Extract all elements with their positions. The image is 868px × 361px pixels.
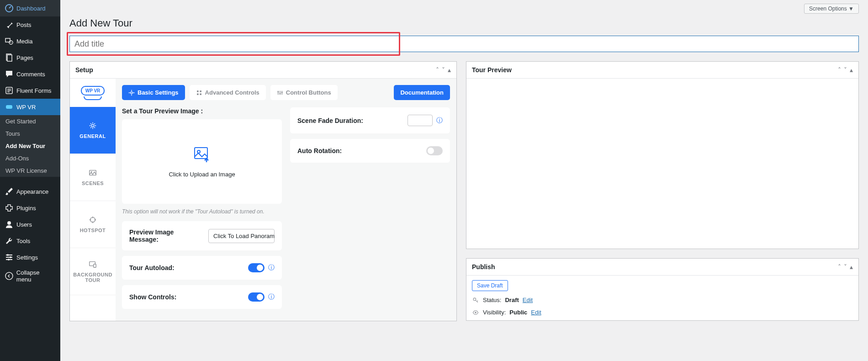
svg-point-27 (197, 150, 200, 153)
pin-icon (5, 20, 14, 29)
save-draft-button[interactable]: Save Draft (472, 280, 508, 291)
sidebar-item-wp-vr[interactable]: WP VR (0, 99, 60, 115)
sidebar-item-dashboard[interactable]: Dashboard (0, 0, 60, 16)
svg-rect-6 (6, 105, 12, 109)
setup-metabox: Setup ˄ ˅ ▴ WP VR (69, 61, 457, 321)
submenu-license[interactable]: WP VR License (0, 165, 60, 177)
tab-scenes[interactable]: SCENES (70, 154, 116, 201)
tour-preview-title: Tour Preview (472, 66, 512, 74)
sidebar-submenu: Get Started Tours Add New Tour Add-Ons W… (0, 115, 60, 177)
autoload-label: Tour Autoload: (129, 264, 175, 271)
sidebar-item-tools[interactable]: Tools (0, 233, 60, 249)
chevron-down-icon[interactable]: ˅ (844, 66, 847, 74)
image-icon (89, 169, 97, 177)
sidebar-label: Collapse menu (16, 269, 56, 283)
chevron-up-icon[interactable]: ˄ (436, 66, 439, 74)
info-icon[interactable]: ⓘ (436, 117, 443, 125)
status-edit-link[interactable]: Edit (523, 297, 533, 303)
svg-rect-4 (7, 55, 12, 61)
basic-settings-button[interactable]: Basic Settings (122, 85, 185, 100)
tab-background-tour[interactable]: BACKGROUND TOUR (70, 248, 116, 295)
brush-icon (5, 187, 14, 196)
tab-hotspot[interactable]: HOTSPOT (70, 201, 116, 248)
collapse-icon (5, 271, 14, 281)
sidebar-item-comments[interactable]: Comments (0, 66, 60, 82)
submenu-tours[interactable]: Tours (0, 127, 60, 140)
sidebar-label: Tools (16, 238, 30, 244)
svg-point-23 (277, 91, 279, 92)
submenu-add-new-tour[interactable]: Add New Tour (0, 140, 60, 152)
admin-sidebar: Dashboard Posts Media Pages Comments Flu… (0, 0, 60, 349)
tour-preview-metabox: Tour Preview ˄ ˅ ▴ (466, 61, 859, 249)
svg-point-24 (279, 93, 281, 94)
sidebar-label: Fluent Forms (16, 87, 52, 94)
sidebar-item-pages[interactable]: Pages (0, 49, 60, 66)
chevron-up-icon[interactable]: ˄ (838, 263, 841, 271)
autoload-toggle[interactable] (248, 263, 265, 272)
svg-point-10 (8, 259, 10, 260)
sidebar-item-media[interactable]: Media (0, 33, 60, 49)
dashboard-icon (5, 4, 14, 13)
wpvr-logo: WP VR (70, 79, 116, 107)
visibility-edit-link[interactable]: Edit (531, 309, 541, 316)
title-input[interactable] (69, 36, 859, 52)
preview-msg-label: Preview Image Message: (129, 228, 184, 243)
advanced-controls-button[interactable]: Advanced Controls (190, 85, 266, 100)
eye-icon (472, 309, 479, 316)
user-icon (5, 220, 14, 229)
fade-duration-label: Scene Fade Duration: (297, 117, 363, 124)
submenu-get-started[interactable]: Get Started (0, 115, 60, 127)
svg-point-11 (5, 272, 13, 280)
sidebar-label: Appearance (16, 188, 48, 195)
control-buttons-button[interactable]: Control Buttons (270, 85, 338, 100)
sidebar-label: WP VR (16, 104, 36, 111)
caret-up-icon[interactable]: ▴ (850, 263, 853, 271)
preview-image-label: Set a Tour Preview Image : (122, 107, 282, 115)
button-label: Advanced Controls (205, 89, 259, 96)
info-icon[interactable]: ⓘ (268, 264, 275, 272)
submenu-add-ons[interactable]: Add-Ons (0, 152, 60, 165)
svg-rect-22 (200, 93, 201, 95)
chevron-down-icon[interactable]: ˅ (844, 263, 847, 271)
tab-label: SCENES (82, 180, 104, 186)
svg-rect-21 (197, 93, 199, 95)
svg-point-28 (473, 298, 476, 301)
sidebar-label: Users (16, 221, 32, 228)
svg-rect-26 (195, 148, 207, 159)
tab-general[interactable]: GENERAL (70, 107, 116, 154)
show-controls-toggle[interactable] (248, 292, 265, 302)
preview-msg-input[interactable]: Click To Load Panorama (208, 229, 275, 243)
auto-rotation-toggle[interactable] (426, 146, 443, 155)
screen-options-button[interactable]: Screen Options ▼ (804, 4, 859, 14)
caret-up-icon[interactable]: ▴ (850, 66, 853, 74)
caret-up-icon[interactable]: ▴ (448, 66, 451, 74)
wpvr-logo-text: WP VR (81, 86, 105, 96)
sidebar-label: Dashboard (16, 5, 46, 12)
fade-duration-input[interactable] (408, 115, 433, 126)
sidebar-label: Pages (16, 54, 33, 61)
sidebar-item-appearance[interactable]: Appearance (0, 183, 60, 200)
target-icon (89, 216, 97, 224)
sidebar-item-users[interactable]: Users (0, 216, 60, 233)
sidebar-item-fluent-forms[interactable]: Fluent Forms (0, 82, 60, 99)
chevron-up-icon[interactable]: ˄ (838, 66, 841, 74)
upload-image-box[interactable]: Click to Upload an Image (122, 119, 282, 204)
documentation-button[interactable]: Documentation (394, 85, 450, 100)
sidebar-item-collapse[interactable]: Collapse menu (0, 265, 60, 287)
sidebar-item-posts[interactable]: Posts (0, 16, 60, 33)
svg-point-18 (131, 91, 132, 93)
sidebar-item-settings[interactable]: Settings (0, 249, 60, 265)
chevron-down-icon[interactable]: ˅ (442, 66, 445, 74)
visibility-value: Public (509, 309, 527, 316)
gear-icon (128, 90, 135, 96)
sidebar-item-plugins[interactable]: Plugins (0, 200, 60, 216)
info-icon[interactable]: ⓘ (268, 293, 275, 301)
device-icon (89, 260, 97, 268)
svg-rect-20 (200, 90, 201, 92)
visibility-label: Visibility: (483, 309, 506, 316)
wrench-icon (5, 236, 14, 245)
status-label: Status: (483, 297, 501, 303)
status-value: Draft (505, 297, 519, 303)
sidebar-label: Plugins (16, 205, 36, 212)
publish-title: Publish (472, 263, 495, 271)
